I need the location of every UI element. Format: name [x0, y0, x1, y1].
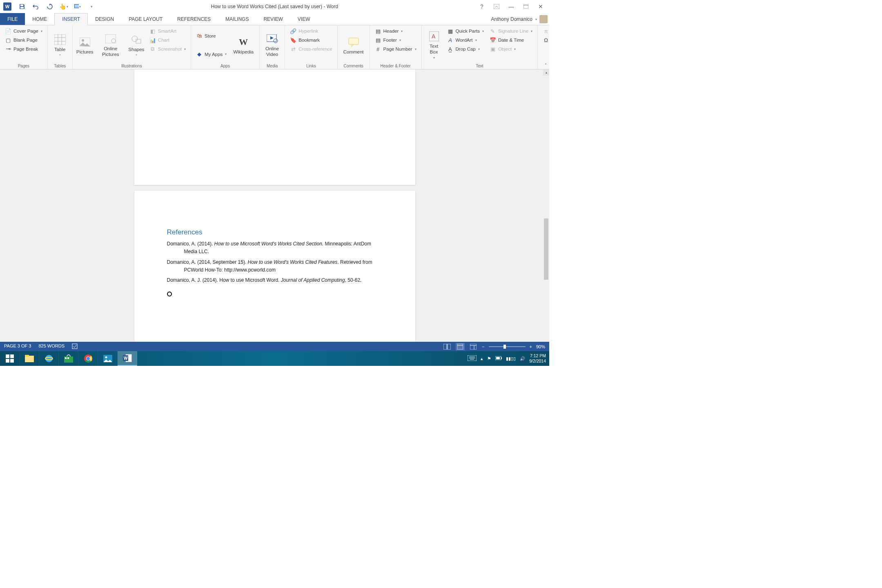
- volume-icon[interactable]: 🔊: [520, 356, 525, 361]
- svg-rect-58: [501, 357, 502, 359]
- ie-icon[interactable]: [39, 351, 59, 366]
- my-apps-button[interactable]: ◆My Apps▾: [194, 50, 228, 58]
- group-apps: 🛍Store ◆My Apps▾ WWikipedia Apps: [191, 25, 260, 69]
- redo-icon[interactable]: [47, 3, 53, 10]
- wifi-icon[interactable]: ▮▮▯▯: [506, 356, 516, 361]
- status-bar: PAGE 3 OF 3 825 WORDS − + 90%: [0, 342, 549, 351]
- page-number-button[interactable]: #Page Number▾: [373, 45, 418, 53]
- ribbon-display-icon[interactable]: [493, 3, 500, 10]
- user-account[interactable]: Anthony Domanico▾: [491, 13, 548, 25]
- svg-point-47: [87, 357, 90, 360]
- shapes-button[interactable]: Shapes▾: [127, 27, 145, 63]
- tray-up-icon[interactable]: ▴: [481, 356, 483, 361]
- wordart-icon: A: [447, 37, 454, 43]
- collapse-ribbon-icon[interactable]: ˄: [545, 63, 547, 67]
- wordart-button[interactable]: AWordArt▾: [445, 36, 486, 44]
- clock[interactable]: 7:12 PM9/2/2014: [529, 353, 546, 363]
- ribbon: 📄Cover Page▾ ▢Blank Page ⭲Page Break Pag…: [0, 25, 549, 69]
- window-controls: ? — ✕: [478, 3, 549, 10]
- scroll-up-icon[interactable]: ▴: [543, 69, 549, 76]
- comment-button[interactable]: Comment: [341, 27, 366, 63]
- page-current[interactable]: References Domanico, A. (2014). How to u…: [134, 191, 415, 343]
- page-break-button[interactable]: ⭲Page Break: [3, 45, 44, 53]
- web-layout-icon[interactable]: [469, 343, 478, 350]
- proofing-icon[interactable]: [72, 343, 78, 350]
- keyboard-icon[interactable]: [468, 355, 477, 362]
- touch-mode-icon[interactable]: 👆▾: [60, 3, 67, 10]
- bookmark-button[interactable]: 🔖Bookmark: [288, 36, 334, 44]
- pictures-button[interactable]: Pictures: [76, 27, 94, 63]
- store-taskbar-icon[interactable]: [59, 351, 78, 366]
- svg-rect-25: [443, 344, 447, 350]
- vertical-scrollbar[interactable]: ▴ ▾: [543, 69, 549, 351]
- online-pictures-button[interactable]: Online Pictures: [96, 27, 125, 63]
- read-mode-icon[interactable]: [443, 343, 452, 350]
- blank-page-button[interactable]: ▢Blank Page: [3, 36, 44, 44]
- tab-review[interactable]: REVIEW: [256, 13, 290, 25]
- cover-page-button[interactable]: 📄Cover Page▾: [3, 27, 44, 35]
- signature-line-button[interactable]: ✎Signature Line▾: [488, 27, 534, 35]
- chrome-icon[interactable]: [78, 351, 98, 366]
- word-count[interactable]: 825 WORDS: [38, 343, 65, 350]
- svg-point-49: [105, 356, 107, 359]
- tab-view[interactable]: VIEW: [290, 13, 318, 25]
- maximize-icon[interactable]: [522, 3, 530, 10]
- tab-design[interactable]: DESIGN: [88, 13, 121, 25]
- wikipedia-button[interactable]: WWikipedia: [231, 27, 256, 63]
- battery-icon[interactable]: [495, 356, 502, 361]
- signature-icon: ✎: [490, 28, 496, 34]
- group-header-footer: ▤Header▾ ▤Footer▾ #Page Number▾ Header &…: [370, 25, 422, 69]
- document-area[interactable]: References Domanico, A. (2014). How to u…: [0, 69, 549, 351]
- photos-icon[interactable]: [98, 351, 118, 366]
- help-icon[interactable]: ?: [478, 3, 486, 10]
- header-icon: ▤: [375, 28, 381, 34]
- svg-rect-41: [65, 357, 67, 359]
- file-explorer-icon[interactable]: [20, 351, 39, 366]
- smartart-button[interactable]: ◧SmartArt: [148, 27, 187, 35]
- online-video-button[interactable]: Online Video: [263, 27, 281, 63]
- blank-page-icon: ▢: [5, 37, 11, 43]
- tab-insert[interactable]: INSERT: [54, 13, 88, 25]
- date-time-button[interactable]: 📅Date & Time: [488, 36, 534, 44]
- tab-home[interactable]: HOME: [25, 13, 54, 25]
- save-icon[interactable]: [19, 3, 25, 10]
- print-layout-icon[interactable]: [456, 343, 465, 350]
- object-button[interactable]: ▣Object▾: [488, 45, 534, 53]
- customize-qat-icon[interactable]: ▾: [88, 3, 95, 10]
- equation-button[interactable]: πEquation▾: [541, 27, 549, 35]
- word-taskbar-icon[interactable]: W: [118, 351, 137, 366]
- footer-button[interactable]: ▤Footer▾: [373, 36, 418, 44]
- text-box-button[interactable]: AText Box▾: [425, 27, 443, 63]
- page-indicator[interactable]: PAGE 3 OF 3: [4, 343, 31, 350]
- page-break-icon: ⭲: [5, 46, 11, 52]
- table-button[interactable]: Table▾: [51, 27, 69, 63]
- chart-button[interactable]: 📊Chart: [148, 36, 187, 44]
- zoom-in-icon[interactable]: +: [530, 344, 532, 349]
- close-icon[interactable]: ✕: [537, 3, 544, 10]
- zoom-level[interactable]: 90%: [536, 344, 545, 349]
- svg-rect-29: [470, 344, 477, 350]
- tab-references[interactable]: REFERENCES: [170, 13, 218, 25]
- zoom-out-icon[interactable]: −: [482, 344, 484, 349]
- store-button[interactable]: 🛍Store: [194, 32, 228, 40]
- display-icon[interactable]: ▾: [74, 3, 81, 10]
- svg-rect-27: [457, 344, 463, 350]
- tab-mailings[interactable]: MAILINGS: [218, 13, 256, 25]
- minimize-icon[interactable]: —: [508, 3, 515, 10]
- page-previous[interactable]: [134, 69, 415, 185]
- hyperlink-button[interactable]: 🔗Hyperlink: [288, 27, 334, 35]
- drop-cap-button[interactable]: A̲Drop Cap▾: [445, 45, 486, 53]
- ribbon-tabs: FILE HOME INSERT DESIGN PAGE LAYOUT REFE…: [0, 13, 549, 25]
- symbol-button[interactable]: ΩSymbol▾: [541, 36, 549, 44]
- scroll-thumb[interactable]: [544, 218, 548, 280]
- start-button[interactable]: [0, 351, 20, 366]
- zoom-slider[interactable]: [489, 346, 526, 347]
- undo-icon[interactable]: [33, 3, 39, 10]
- cross-reference-button[interactable]: ⇄Cross-reference: [288, 45, 334, 53]
- quick-parts-button[interactable]: ▦Quick Parts▾: [445, 27, 486, 35]
- screenshot-button[interactable]: ⧉Screenshot▾: [148, 45, 187, 53]
- tab-file[interactable]: FILE: [0, 13, 25, 25]
- tab-page-layout[interactable]: PAGE LAYOUT: [121, 13, 170, 25]
- action-center-icon[interactable]: ⚑: [487, 356, 491, 361]
- header-button[interactable]: ▤Header▾: [373, 27, 418, 35]
